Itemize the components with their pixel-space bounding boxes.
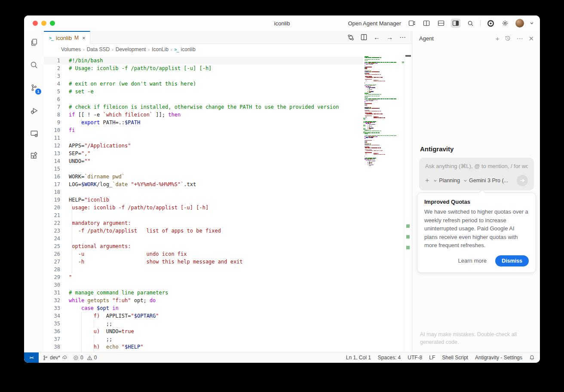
code-line[interactable]: 16WORK=`dirname pwd`	[44, 173, 363, 181]
code-line[interactable]: 1#!/bin/bash	[44, 57, 363, 64]
agent-manager-layout-icon[interactable]	[407, 18, 417, 28]
split-editor-icon[interactable]	[361, 34, 367, 40]
status-item-0[interactable]: Ln 1, Col 1	[346, 355, 371, 361]
split-rows-icon[interactable]	[436, 18, 446, 28]
agent-input-card[interactable]: Ask anything (⌘L), @ to mention, / for w…	[419, 158, 534, 190]
code-line[interactable]: 22 mandatory argument:	[44, 219, 363, 227]
status-item-1[interactable]: Spaces: 4	[378, 355, 401, 361]
status-item-4[interactable]: Shell Script	[442, 355, 468, 361]
status-item-3[interactable]: LF	[429, 355, 435, 361]
code-line[interactable]: 23 -f /path/to/applist list of apps to b…	[44, 227, 363, 235]
learn-more-link[interactable]: Learn more	[458, 257, 487, 264]
agent-input-placeholder[interactable]: Ask anything (⌘L), @ to mention, / for w…	[425, 163, 528, 169]
source-control-icon[interactable]: 1	[27, 81, 41, 95]
breadcrumb-item[interactable]: IconLib	[152, 46, 169, 52]
notifications-bell-icon[interactable]	[529, 355, 535, 361]
split-columns-icon[interactable]	[422, 18, 431, 28]
code-line[interactable]: 9 export PATH=.:$PATH	[44, 119, 363, 126]
code-line[interactable]: 36 u) UNDO=true	[44, 328, 363, 335]
code-line[interactable]: 39 exit 1	[44, 351, 363, 352]
remote-indicator[interactable]: ><	[24, 352, 39, 363]
code-line[interactable]: 21	[44, 211, 363, 219]
code-line[interactable]: 7# check if fileicon is installed, other…	[44, 103, 363, 111]
code-line[interactable]: 37 ;;	[44, 335, 363, 343]
code-line[interactable]: 24	[44, 235, 363, 242]
search-sidebar-icon[interactable]	[27, 58, 41, 72]
line-number: 29	[44, 273, 60, 281]
navigate-back-icon[interactable]: ←	[374, 34, 380, 40]
send-button[interactable]	[517, 175, 528, 186]
code-editor[interactable]: 1#!/bin/bash2# Usage: iconlib -f /path/t…	[44, 55, 363, 352]
dismiss-button[interactable]: Dismiss	[495, 255, 529, 266]
open-agent-manager-button[interactable]: Open Agent Manager	[348, 20, 401, 27]
code-line[interactable]: 3	[44, 72, 363, 80]
breadcrumb-item[interactable]: Volumes	[61, 46, 81, 52]
problems-item[interactable]: 0 0	[73, 355, 97, 361]
code-text: # exit on error (we don't want this here…	[69, 80, 363, 88]
tab-close-icon[interactable]: ×	[82, 35, 86, 41]
minimap[interactable]	[363, 55, 404, 352]
open-changes-icon[interactable]	[347, 34, 354, 41]
code-line[interactable]: 2# Usage: iconlib -f /path/to/applist [-…	[44, 64, 363, 72]
search-icon[interactable]	[466, 18, 475, 28]
code-line[interactable]: 19HELP="iconlib	[44, 196, 363, 204]
tab-iconlib[interactable]: >_ iconlib M ×	[44, 31, 90, 44]
breadcrumb-file[interactable]: iconlib	[181, 46, 196, 52]
breadcrumb-item[interactable]: Data SSD	[87, 46, 110, 52]
code-line[interactable]: 18	[44, 188, 363, 196]
code-line[interactable]: 14UNDO=""	[44, 157, 363, 165]
navigate-forward-icon[interactable]: →	[386, 34, 393, 40]
code-line[interactable]: 13SEP=","	[44, 150, 363, 157]
attach-plus-icon[interactable]: +	[425, 177, 429, 184]
code-line[interactable]: 35 ;;	[44, 320, 363, 328]
toggle-right-panel-icon[interactable]	[451, 18, 460, 28]
scrollbar[interactable]	[404, 55, 412, 352]
code-line[interactable]: 27 -h show this help message and exit	[44, 258, 363, 266]
code-line[interactable]: 33 case $opt in	[44, 304, 363, 312]
code-line[interactable]: 29"	[44, 273, 363, 281]
branch-name: dev*	[50, 355, 60, 361]
code-line[interactable]: 20 usage: iconlib -f /path/to/applist [-…	[44, 204, 363, 211]
history-icon[interactable]	[505, 35, 511, 41]
zoom-window-button[interactable]	[50, 21, 55, 26]
code-line[interactable]: 28	[44, 266, 363, 273]
code-line[interactable]: 5# set -e	[44, 88, 363, 95]
code-line[interactable]: 38 h) echo "$HELP"	[44, 343, 363, 351]
close-window-button[interactable]	[33, 21, 38, 26]
code-line[interactable]: 15	[44, 165, 363, 173]
code-line[interactable]: 6	[44, 95, 363, 103]
git-branch-item[interactable]: dev*	[43, 355, 68, 361]
panel-close-icon[interactable]: ✕	[528, 35, 534, 42]
panel-more-icon[interactable]: ⋯	[516, 35, 523, 42]
browser-logo-icon[interactable]	[486, 18, 495, 28]
code-line[interactable]: 8if [[ ! -e `which fileicon` ]]; then	[44, 111, 363, 119]
code-line[interactable]: 17LOG=$WORK/log_`date "+%Y%m%d-%H%M%S"`.…	[44, 181, 363, 188]
status-item-5[interactable]: Antigravity - Settings	[475, 355, 522, 361]
code-line[interactable]: 12APPS="/Applications"	[44, 142, 363, 150]
remote-explorer-icon[interactable]	[27, 126, 41, 140]
account-chevron-down-icon[interactable]	[530, 21, 534, 25]
code-line[interactable]: 32while getopts "f:uh" opt; do	[44, 297, 363, 304]
settings-gear-icon[interactable]	[500, 18, 510, 28]
breadcrumb-item[interactable]: Development	[116, 46, 146, 52]
breadcrumb-separator: ›	[83, 47, 85, 52]
code-line[interactable]: 30	[44, 281, 363, 289]
code-line[interactable]: 11	[44, 134, 363, 142]
model-dropdown[interactable]: Gemini 3 Pro (...	[463, 178, 508, 184]
more-actions-icon[interactable]: ⋯	[399, 34, 406, 40]
explorer-icon[interactable]	[27, 35, 41, 49]
mode-dropdown[interactable]: Planning	[433, 178, 460, 184]
run-debug-icon[interactable]	[27, 104, 41, 117]
account-avatar[interactable]	[515, 18, 524, 28]
code-line[interactable]: 34 f) APPLIST="$OPTARG"	[44, 312, 363, 320]
extensions-icon[interactable]	[27, 149, 41, 163]
code-line[interactable]: 25 optional arguments:	[44, 242, 363, 250]
code-line[interactable]: 26 -u undo icon fix	[44, 250, 363, 258]
minimize-window-button[interactable]	[41, 21, 46, 26]
code-line[interactable]: 31# manage command line parameters	[44, 289, 363, 297]
new-conversation-icon[interactable]: +	[496, 35, 500, 42]
status-item-2[interactable]: UTF-8	[408, 355, 422, 361]
code-line[interactable]: 10fi	[44, 126, 363, 134]
scrollbar-thumb[interactable]	[405, 55, 411, 57]
code-line[interactable]: 4# exit on error (we don't want this her…	[44, 80, 363, 88]
